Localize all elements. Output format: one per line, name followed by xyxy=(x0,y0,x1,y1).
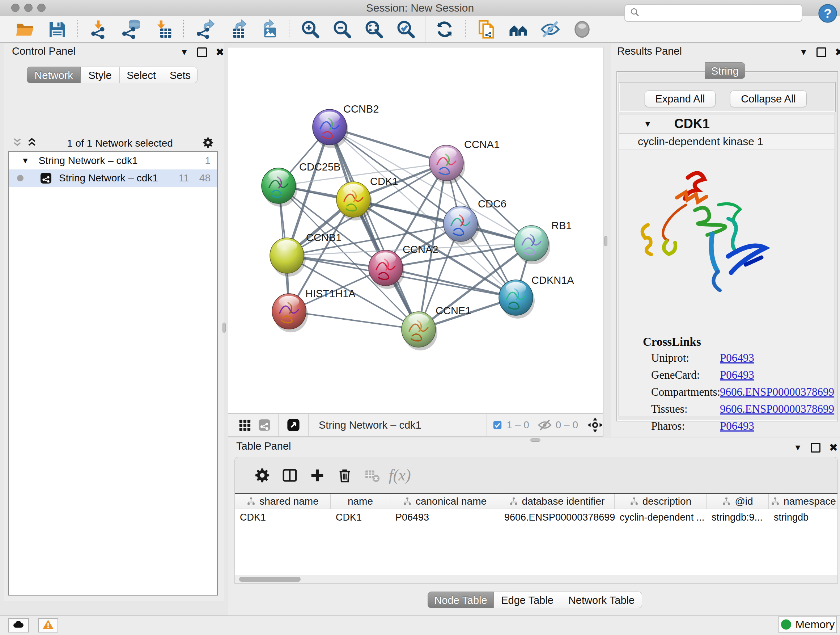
crosslink-link[interactable]: P06493 xyxy=(720,352,754,364)
import-network-from-database-icon[interactable] xyxy=(115,17,147,41)
section-expander-icon[interactable]: ▼ xyxy=(644,120,652,128)
hidden-eye-icon[interactable] xyxy=(538,418,552,432)
show-columns-icon[interactable] xyxy=(276,467,303,484)
tab-edge-table[interactable]: Edge Table xyxy=(494,592,561,608)
export-table-icon[interactable] xyxy=(221,17,253,41)
panel-menu-icon[interactable]: ▼ xyxy=(799,48,808,57)
control-panel: Control Panel ▼ ✖ NetworkStyleSelectSets… xyxy=(4,43,224,601)
tab-sets[interactable]: Sets xyxy=(163,67,197,83)
network-row-selected[interactable]: String Network – cdk1 11 48 xyxy=(9,169,217,187)
tab-string[interactable]: String xyxy=(705,62,745,79)
birdseye-grid-icon[interactable] xyxy=(238,418,251,432)
network-node-CDKN1A[interactable] xyxy=(499,280,535,318)
tab-select[interactable]: Select xyxy=(120,67,163,83)
column-header-namespace[interactable]: namespace xyxy=(769,494,838,509)
panel-close-icon[interactable]: ✖ xyxy=(216,47,224,57)
expand-all-icon[interactable] xyxy=(26,136,38,150)
column-header-canonical-name[interactable]: canonical name xyxy=(390,494,499,509)
network-node-HIST1H1A[interactable] xyxy=(272,294,308,333)
table-row[interactable]: CDK1CDK1P064939606.ENSP00000378699cyclin… xyxy=(235,509,837,526)
scrollbar-thumb[interactable] xyxy=(239,577,301,582)
column-header-name[interactable]: name xyxy=(331,494,390,509)
memory-button[interactable]: Memory xyxy=(778,616,837,633)
column-header-shared-name[interactable]: shared name xyxy=(235,494,331,509)
column-header-@id[interactable]: @id xyxy=(706,494,769,509)
string-badge-icon[interactable] xyxy=(257,418,272,432)
tab-node-table[interactable]: Node Table xyxy=(428,592,494,608)
tab-network-table[interactable]: Network Table xyxy=(561,592,642,608)
tab-style[interactable]: Style xyxy=(81,67,120,83)
hide-details-icon[interactable] xyxy=(534,17,566,41)
crosslink-link[interactable]: 9606.ENSP00000378699 xyxy=(720,402,834,416)
fit-selected-icon[interactable] xyxy=(587,417,603,433)
crosslink-link[interactable]: 9606.ENSP00000378699 xyxy=(720,386,834,399)
gene-section-header[interactable]: ▼ CDK1 xyxy=(619,114,835,134)
protein-structure-image xyxy=(633,162,804,314)
network-node-CDC6[interactable] xyxy=(444,206,479,245)
share-document-icon[interactable] xyxy=(471,17,502,41)
selected-nodes-checkbox-icon[interactable] xyxy=(492,420,503,431)
help-button[interactable]: ? xyxy=(818,3,838,24)
collapse-all-button[interactable]: Collapse All xyxy=(730,90,807,107)
application-window: Session: New Session ? Control Panel ▼ ✖… xyxy=(0,0,840,635)
right-splitter-handle[interactable] xyxy=(604,236,607,246)
warnings-button[interactable] xyxy=(38,618,58,632)
control-panel-title: Control Panel xyxy=(12,45,76,57)
network-collection-row[interactable]: ▼ String Network – cdk1 1 xyxy=(9,152,217,169)
network-node-CDC25B[interactable] xyxy=(262,168,297,207)
import-network-from-file-icon[interactable] xyxy=(83,17,115,41)
column-header-description[interactable]: description xyxy=(615,494,706,509)
network-options-gear-icon[interactable] xyxy=(202,136,214,150)
zoom-in-icon[interactable] xyxy=(294,17,326,41)
crosslink-link[interactable]: P06493 xyxy=(720,420,754,432)
apply-layout-icon[interactable] xyxy=(429,17,461,41)
collapse-all-icon[interactable] xyxy=(11,136,24,150)
panel-menu-icon[interactable]: ▼ xyxy=(180,48,188,57)
save-session-icon[interactable] xyxy=(41,17,73,41)
column-header-database-identifier[interactable]: database identifier xyxy=(499,494,615,509)
network-column-icon xyxy=(509,497,518,506)
network-canvas[interactable]: CCNB2CCNA1CDC25BCDK1CDC6RB1CCNB1CCNA2CDK… xyxy=(228,47,603,413)
export-network-icon[interactable] xyxy=(189,17,221,41)
network-overview-icon[interactable] xyxy=(502,17,534,41)
hidden-node-edge-counts: 0 – 0 xyxy=(556,419,578,431)
network-node-CCNB2[interactable] xyxy=(313,109,348,148)
zoom-out-icon[interactable] xyxy=(326,17,358,41)
zoom-selected-icon[interactable] xyxy=(390,17,422,41)
network-node-CDK1[interactable] xyxy=(336,182,372,220)
detach-view-icon[interactable] xyxy=(286,417,301,432)
export-image-icon[interactable] xyxy=(253,17,284,41)
current-network-title: String Network – cdk1 xyxy=(319,419,422,431)
search-input[interactable] xyxy=(644,7,802,19)
tab-network[interactable]: Network xyxy=(27,67,81,83)
panel-float-icon[interactable] xyxy=(197,48,207,57)
collection-expander-icon[interactable]: ▼ xyxy=(21,156,29,165)
panel-float-icon[interactable] xyxy=(816,48,826,57)
table-settings-gear-icon[interactable] xyxy=(248,467,276,484)
network-list-header: 1 of 1 Network selected xyxy=(8,135,218,151)
show-graphics-details-icon[interactable] xyxy=(566,17,598,41)
selected-node-edge-counts: 1 – 0 xyxy=(507,419,529,431)
open-session-icon[interactable] xyxy=(9,17,41,41)
column-label: @id xyxy=(735,496,753,507)
panel-menu-icon[interactable]: ▼ xyxy=(794,443,802,452)
cloud-button[interactable] xyxy=(8,618,29,632)
bottom-splitter-handle[interactable] xyxy=(531,439,540,442)
panel-close-icon[interactable]: ✖ xyxy=(829,442,838,453)
table-cell: 9606.ENSP00000378699 xyxy=(499,512,615,523)
network-node-RB1[interactable] xyxy=(515,226,550,264)
crosslink-link[interactable]: P06493 xyxy=(720,369,754,382)
add-column-icon[interactable] xyxy=(303,467,331,484)
zoom-fit-content-icon[interactable] xyxy=(358,17,390,41)
panel-close-icon[interactable]: ✖ xyxy=(835,47,840,57)
column-label: database identifier xyxy=(522,496,605,507)
network-graph: CCNB2CCNA1CDC25BCDK1CDC6RB1CCNB1CCNA2CDK… xyxy=(228,48,603,413)
delete-column-icon[interactable] xyxy=(331,467,358,484)
network-node-CCNA1[interactable] xyxy=(429,145,465,184)
panel-float-icon[interactable] xyxy=(811,443,821,453)
left-splitter-handle[interactable] xyxy=(223,323,226,333)
network-edge-HIST1H1A-CCNE1[interactable] xyxy=(289,311,418,329)
expand-all-button[interactable]: Expand All xyxy=(645,90,715,107)
network-node-CCNE1[interactable] xyxy=(401,312,437,350)
import-table-from-file-icon[interactable] xyxy=(147,17,179,41)
